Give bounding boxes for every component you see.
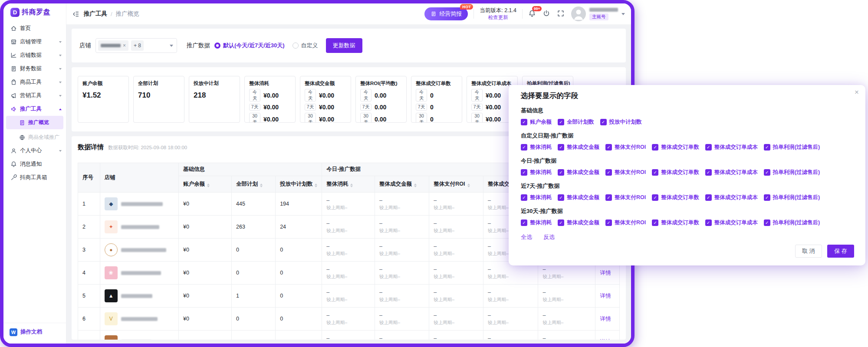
sort-icon[interactable] (315, 183, 317, 187)
sidebar-item-shop-data[interactable]: 店铺数据 (3, 49, 66, 62)
field-checkbox-item[interactable]: ✓整体消耗 (521, 169, 552, 176)
checkbox-checked-icon[interactable]: ✓ (521, 144, 527, 151)
fullscreen-button[interactable] (557, 10, 566, 18)
breadcrumb-parent[interactable]: 推广工具 (84, 10, 107, 18)
checkbox-checked-icon[interactable]: ✓ (705, 144, 712, 151)
sidebar-item-personal-center[interactable]: 个人中心 (3, 144, 66, 157)
sidebar-item-toolbox[interactable]: 抖商工具箱 (3, 171, 66, 184)
field-checkbox-item[interactable]: ✓整体成交金额 (558, 169, 599, 176)
sidebar-item-product-tools[interactable]: 商品工具 (3, 75, 66, 89)
sort-icon[interactable] (467, 183, 470, 187)
select-all-link[interactable]: 全选 (521, 233, 532, 241)
sort-icon[interactable] (414, 183, 417, 187)
checkbox-checked-icon[interactable]: ✓ (521, 119, 527, 125)
sort-icon[interactable] (207, 183, 210, 187)
checkbox-checked-icon[interactable]: ✓ (558, 119, 564, 125)
sidebar-item-home[interactable]: 首页 (3, 22, 66, 35)
field-checkbox-item[interactable]: ✓整体成交订单数 (652, 144, 699, 151)
checkbox-checked-icon[interactable]: ✓ (652, 194, 658, 201)
field-checkbox-item[interactable]: ✓整体成交订单成本 (705, 194, 758, 201)
checkbox-checked-icon[interactable]: ✓ (705, 219, 712, 226)
collapse-menu-icon[interactable] (72, 10, 79, 18)
radio-custom-range[interactable]: 自定义 (293, 42, 318, 49)
field-checkbox-item[interactable]: ✓整体消耗 (521, 219, 552, 226)
field-checkbox-item[interactable]: ✓整体支付ROI (605, 144, 646, 151)
radio-unselected-icon[interactable] (293, 43, 299, 49)
sidebar-item-global-promo[interactable]: 商品全域推广 (3, 131, 66, 144)
detail-link[interactable]: 详情 (600, 293, 611, 299)
radio-selected-icon[interactable] (214, 43, 220, 49)
field-checkbox-item[interactable]: ✓整体消耗 (521, 144, 552, 151)
column-header-6[interactable]: 整体成交金额 (375, 176, 429, 193)
field-checkbox-item[interactable]: ✓拍单利润(过滤售后) (764, 219, 820, 226)
field-checkbox-item[interactable]: ✓整体成交金额 (558, 144, 599, 151)
sidebar-item-finance-data[interactable]: 财务数据 (3, 62, 66, 75)
sidebar-item-promo-tools[interactable]: 推广工具 (3, 102, 66, 116)
check-update-link[interactable]: 检查更新 (480, 14, 516, 21)
sidebar-item-notifications[interactable]: 消息通知 (3, 157, 66, 171)
checkbox-checked-icon[interactable]: ✓ (558, 219, 564, 226)
checkbox-checked-icon[interactable]: ✓ (558, 194, 564, 201)
detail-link[interactable]: 详情 (600, 316, 611, 322)
sidebar-item-promo-overview[interactable]: 推广概览 (6, 116, 63, 129)
detail-link[interactable]: 详情 (600, 339, 611, 340)
remove-tag-icon[interactable]: × (123, 43, 126, 49)
field-checkbox-item[interactable]: ✓整体成交订单成本 (705, 144, 758, 151)
column-header-4[interactable]: 投放中计划数 (276, 176, 322, 193)
checkbox-checked-icon[interactable]: ✓ (705, 194, 712, 201)
checkbox-checked-icon[interactable]: ✓ (652, 144, 658, 151)
checkbox-checked-icon[interactable]: ✓ (521, 194, 527, 201)
business-brief-button[interactable]: 经营简报 HOT (424, 7, 468, 20)
column-header-7[interactable]: 整体支付ROI (429, 176, 483, 193)
checkbox-checked-icon[interactable]: ✓ (521, 219, 527, 226)
sidebar-item-shop-manage[interactable]: 店铺管理 (3, 35, 66, 49)
account-menu[interactable]: 主账号 (571, 7, 625, 21)
field-checkbox-item[interactable]: ✓全部计划数 (558, 118, 594, 126)
checkbox-checked-icon[interactable]: ✓ (764, 219, 770, 226)
field-checkbox-item[interactable]: ✓整体支付ROI (605, 169, 646, 176)
notification-bell-button[interactable]: 99+ (528, 10, 537, 18)
checkbox-checked-icon[interactable]: ✓ (558, 144, 564, 151)
checkbox-checked-icon[interactable]: ✓ (652, 219, 658, 226)
checkbox-checked-icon[interactable]: ✓ (605, 169, 612, 176)
invert-selection-link[interactable]: 反选 (543, 233, 555, 241)
sidebar-item-marketing-tools[interactable]: 营销工具 (3, 89, 66, 102)
app-logo[interactable]: D 抖商罗盘 (3, 3, 66, 21)
checkbox-checked-icon[interactable]: ✓ (605, 219, 612, 226)
checkbox-checked-icon[interactable]: ✓ (764, 169, 770, 176)
sort-icon[interactable] (260, 183, 263, 187)
field-checkbox-item[interactable]: ✓投放中计划数 (600, 118, 642, 126)
field-checkbox-item[interactable]: ✓拍单利润(过滤售后) (764, 169, 820, 176)
checkbox-checked-icon[interactable]: ✓ (605, 194, 612, 201)
column-header-3[interactable]: 全部计划 (231, 176, 275, 193)
save-button[interactable]: 保 存 (827, 245, 854, 258)
field-checkbox-item[interactable]: ✓整体成交订单数 (652, 219, 699, 226)
field-checkbox-item[interactable]: ✓整体成交金额 (558, 194, 599, 201)
checkbox-checked-icon[interactable]: ✓ (764, 194, 770, 201)
sort-icon[interactable] (350, 183, 353, 187)
field-checkbox-item[interactable]: ✓账户余额 (521, 118, 552, 126)
doc-link[interactable]: W 操作文档 (3, 323, 66, 341)
column-header-2[interactable]: 账户余额 (179, 176, 232, 193)
checkbox-checked-icon[interactable]: ✓ (652, 169, 658, 176)
field-checkbox-item[interactable]: ✓整体成交订单成本 (705, 219, 758, 226)
field-checkbox-item[interactable]: ✓整体支付ROI (605, 194, 646, 201)
close-icon[interactable]: × (855, 88, 859, 96)
checkbox-checked-icon[interactable]: ✓ (605, 144, 612, 151)
field-checkbox-item[interactable]: ✓整体成交订单成本 (705, 169, 758, 176)
update-data-button[interactable]: 更新数据 (326, 38, 362, 53)
checkbox-checked-icon[interactable]: ✓ (705, 169, 712, 176)
field-checkbox-item[interactable]: ✓整体消耗 (521, 194, 552, 201)
checkbox-checked-icon[interactable]: ✓ (600, 119, 607, 125)
logout-power-button[interactable] (542, 10, 551, 18)
cancel-button[interactable]: 取 消 (795, 245, 822, 258)
column-header-5[interactable]: 整体消耗 (322, 176, 375, 193)
detail-link[interactable]: 详情 (600, 270, 611, 276)
field-checkbox-item[interactable]: ✓拍单利润(过滤售后) (764, 144, 820, 151)
field-checkbox-item[interactable]: ✓拍单利润(过滤售后) (764, 194, 820, 201)
checkbox-checked-icon[interactable]: ✓ (558, 169, 564, 176)
field-checkbox-item[interactable]: ✓整体成交金额 (558, 219, 599, 226)
radio-default-range[interactable]: 默认(今天/近7天/近30天) (214, 42, 285, 49)
checkbox-checked-icon[interactable]: ✓ (521, 169, 527, 176)
field-checkbox-item[interactable]: ✓整体成交订单数 (652, 194, 699, 201)
